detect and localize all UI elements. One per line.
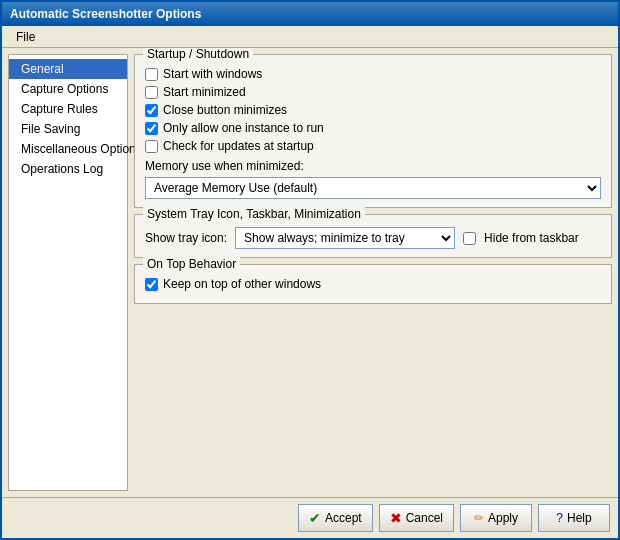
help-label: Help xyxy=(567,511,592,525)
chk-start-minimized-label: Start minimized xyxy=(163,85,246,99)
apply-icon: ✏ xyxy=(474,511,484,525)
chk-hide-taskbar[interactable] xyxy=(463,232,476,245)
tray-group-title: System Tray Icon, Taskbar, Minimization xyxy=(143,207,365,221)
sidebar-item-general[interactable]: General xyxy=(9,59,127,79)
chk-row-3: Only allow one instance to run xyxy=(145,121,601,135)
startup-group: Startup / Shutdown Start with windows St… xyxy=(134,54,612,208)
chk-start-windows[interactable] xyxy=(145,68,158,81)
accept-icon: ✔ xyxy=(309,510,321,526)
cancel-icon: ✖ xyxy=(390,510,402,526)
chk-close-minimizes-label: Close button minimizes xyxy=(163,103,287,117)
chk-updates-startup-label: Check for updates at startup xyxy=(163,139,314,153)
menu-bar: File xyxy=(2,26,618,48)
tray-row: Show tray icon: Show always; minimize to… xyxy=(145,227,601,249)
chk-row-1: Start minimized xyxy=(145,85,601,99)
accept-label: Accept xyxy=(325,511,362,525)
hide-taskbar-label: Hide from taskbar xyxy=(484,231,579,245)
cancel-button[interactable]: ✖ Cancel xyxy=(379,504,454,532)
chk-one-instance[interactable] xyxy=(145,122,158,135)
chk-updates-startup[interactable] xyxy=(145,140,158,153)
accept-button[interactable]: ✔ Accept xyxy=(298,504,373,532)
window-title: Automatic Screenshotter Options xyxy=(10,7,201,21)
footer: ✔ Accept ✖ Cancel ✏ Apply ? Help xyxy=(2,497,618,538)
main-window: Automatic Screenshotter Options File Gen… xyxy=(0,0,620,540)
sidebar-item-capture-options[interactable]: Capture Options xyxy=(9,79,127,99)
chk-one-instance-label: Only allow one instance to run xyxy=(163,121,324,135)
chk-row-4: Check for updates at startup xyxy=(145,139,601,153)
sidebar-item-operations-log[interactable]: Operations Log xyxy=(9,159,127,179)
chk-keep-on-top[interactable] xyxy=(145,278,158,291)
help-icon: ? xyxy=(556,511,563,525)
chk-row-0: Start with windows xyxy=(145,67,601,81)
title-bar: Automatic Screenshotter Options xyxy=(2,2,618,26)
sidebar-item-miscellaneous-options[interactable]: Miscellaneous Options xyxy=(9,139,127,159)
ontop-group-title: On Top Behavior xyxy=(143,257,240,271)
ontop-group: On Top Behavior Keep on top of other win… xyxy=(134,264,612,304)
memory-label: Memory use when minimized: xyxy=(145,159,601,173)
chk-row-ontop: Keep on top of other windows xyxy=(145,277,601,291)
tray-dropdown[interactable]: Show always; minimize to tray Show alway… xyxy=(235,227,455,249)
chk-row-2: Close button minimizes xyxy=(145,103,601,117)
apply-button[interactable]: ✏ Apply xyxy=(460,504,532,532)
chk-start-windows-label: Start with windows xyxy=(163,67,262,81)
startup-group-title: Startup / Shutdown xyxy=(143,48,253,61)
content-area: Startup / Shutdown Start with windows St… xyxy=(134,54,612,491)
menu-file[interactable]: File xyxy=(8,28,43,46)
tray-group: System Tray Icon, Taskbar, Minimization … xyxy=(134,214,612,258)
chk-close-minimizes[interactable] xyxy=(145,104,158,117)
memory-dropdown[interactable]: Average Memory Use (default) Low Memory … xyxy=(145,177,601,199)
sidebar: GeneralCapture OptionsCapture RulesFile … xyxy=(8,54,128,491)
chk-keep-on-top-label: Keep on top of other windows xyxy=(163,277,321,291)
sidebar-item-capture-rules[interactable]: Capture Rules xyxy=(9,99,127,119)
cancel-label: Cancel xyxy=(406,511,443,525)
sidebar-item-file-saving[interactable]: File Saving xyxy=(9,119,127,139)
help-button[interactable]: ? Help xyxy=(538,504,610,532)
apply-label: Apply xyxy=(488,511,518,525)
main-content: GeneralCapture OptionsCapture RulesFile … xyxy=(2,48,618,497)
show-tray-label: Show tray icon: xyxy=(145,231,227,245)
chk-start-minimized[interactable] xyxy=(145,86,158,99)
